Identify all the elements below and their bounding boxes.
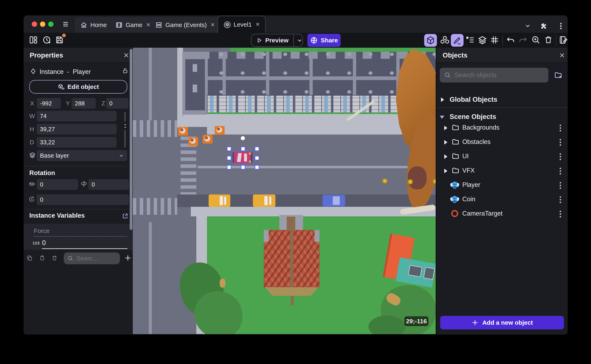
scene-properties-notebook-icon[interactable] (559, 35, 568, 45)
trash-icon[interactable] (51, 255, 58, 262)
brick-building[interactable] (264, 230, 319, 288)
row-menu-icon[interactable] (560, 168, 561, 169)
tree-row-player[interactable]: Player (437, 179, 568, 192)
add-new-object-button[interactable]: Add a new object (440, 316, 564, 329)
menu-icon[interactable] (61, 21, 70, 27)
kebab-menu-icon[interactable] (557, 22, 565, 30)
add-variable-plus-icon[interactable] (124, 254, 131, 261)
width-input[interactable] (37, 111, 117, 121)
row-menu-icon[interactable] (560, 211, 561, 212)
tree-row-obstacles[interactable]: Obstacles (437, 136, 568, 149)
chevron-down-icon[interactable] (524, 23, 532, 31)
tool-3d-view-active[interactable] (424, 34, 437, 47)
objects-search[interactable] (440, 68, 548, 83)
y-input[interactable] (72, 98, 96, 109)
extensions-puzzle-icon[interactable] (539, 22, 547, 30)
coin[interactable] (382, 178, 387, 184)
paste-clipboard-icon[interactable] (39, 255, 46, 262)
z-input[interactable] (106, 98, 128, 109)
traffic-cone[interactable] (203, 135, 212, 143)
collapse-arrow-icon[interactable] (440, 116, 444, 119)
tab-game[interactable]: Game ✕ (110, 17, 156, 33)
tree-row-ui[interactable]: UI (437, 150, 568, 163)
layer-select[interactable]: Base layer (37, 150, 127, 161)
variables-search-input[interactable] (76, 255, 111, 262)
tree-row-cameratarget[interactable]: CameraTarget (437, 207, 568, 221)
edit-object-button[interactable]: 3D Edit object (29, 80, 127, 94)
coin[interactable] (408, 179, 413, 184)
close-icon[interactable] (123, 52, 129, 58)
traffic-minimize-button[interactable] (40, 21, 45, 27)
traffic-cone[interactable] (178, 127, 188, 136)
depth-input[interactable] (37, 137, 117, 148)
height-input[interactable] (37, 124, 117, 135)
row-menu-icon[interactable] (560, 153, 561, 155)
copy-icon[interactable] (27, 255, 33, 262)
traffic-close-button[interactable] (32, 21, 37, 27)
expand-arrow-icon[interactable] (444, 169, 447, 173)
open-external-icon[interactable] (122, 213, 129, 220)
row-menu-icon[interactable] (560, 182, 561, 183)
resize-handle-ne[interactable] (255, 147, 259, 151)
tab-level1-active[interactable]: Level1 ✕ (218, 16, 266, 33)
tab-home[interactable]: Home (75, 17, 112, 33)
properties-scrollbar[interactable] (130, 49, 132, 230)
tool-edit-pencil-active[interactable] (451, 34, 464, 47)
traffic-cone[interactable] (215, 126, 225, 135)
tree-row-coin[interactable]: Coin (437, 193, 568, 206)
tool-grid-icon[interactable] (490, 35, 500, 45)
preview-dropdown-chevron-icon[interactable] (297, 37, 302, 44)
resize-handle-e[interactable] (255, 156, 259, 160)
new-folder-icon[interactable] (554, 71, 563, 80)
rotation-y-input[interactable] (88, 179, 129, 190)
tab-close-icon[interactable]: ✕ (255, 21, 260, 28)
traffic-cone[interactable] (188, 137, 198, 146)
variable-row-force[interactable]: Force 123 0 (24, 224, 133, 250)
resize-handle-sw[interactable] (227, 165, 231, 169)
tool-layers-icon[interactable] (478, 35, 487, 45)
history-clock-icon[interactable] (42, 35, 52, 45)
house[interactable] (382, 231, 436, 290)
variables-search[interactable] (64, 253, 120, 264)
resize-handle-nw[interactable] (227, 147, 231, 151)
row-menu-icon[interactable] (560, 125, 561, 126)
tree-row-vfx[interactable]: VFX (437, 164, 568, 177)
x-input[interactable] (37, 98, 61, 109)
expand-arrow-icon[interactable] (444, 126, 447, 130)
row-menu-icon[interactable] (560, 196, 561, 198)
tab-close-icon[interactable]: ✕ (211, 22, 215, 28)
preview-button[interactable]: Preview (251, 34, 303, 47)
resize-handle-w[interactable] (227, 156, 231, 160)
save-icon[interactable] (55, 35, 65, 45)
expand-arrow-icon[interactable] (441, 98, 444, 102)
traffic-zoom-button[interactable] (48, 21, 53, 27)
close-icon[interactable] (559, 52, 565, 58)
tree-row-backgrounds[interactable]: Backgrounds (437, 121, 568, 135)
expand-arrow-icon[interactable] (444, 140, 447, 144)
scene-canvas[interactable]: 29;-116 (133, 48, 436, 334)
tab-game-events[interactable]: Game (Events) ✕ (150, 17, 220, 33)
zoom-in-icon[interactable] (531, 35, 541, 45)
objects-search-input[interactable] (455, 72, 532, 79)
tool-objects-blocks-icon[interactable] (440, 35, 450, 45)
unlock-icon[interactable] (122, 67, 129, 74)
blue-car[interactable] (323, 195, 345, 206)
resize-handle-n[interactable] (241, 147, 245, 151)
expand-arrow-icon[interactable] (444, 154, 447, 159)
global-objects-row[interactable]: Global Objects (437, 93, 568, 106)
tool-instances-list-icon[interactable] (465, 35, 475, 45)
yellow-car[interactable] (253, 195, 275, 207)
trash-icon[interactable] (544, 35, 554, 45)
rotation-x-input[interactable] (37, 179, 78, 190)
variable-value[interactable]: 0 (42, 239, 46, 247)
undo-icon[interactable] (506, 35, 516, 45)
panels-layout-icon[interactable] (29, 35, 39, 45)
rotation-z-input[interactable] (37, 194, 129, 205)
resize-handle-se[interactable] (255, 165, 259, 169)
resize-handle-s[interactable] (241, 165, 245, 169)
rotation-handle[interactable] (241, 136, 245, 140)
row-menu-icon[interactable] (560, 139, 561, 140)
link-chain-icon[interactable] (122, 122, 129, 129)
brick-tower-roof[interactable] (279, 215, 303, 231)
redo-icon-disabled[interactable] (518, 35, 528, 45)
